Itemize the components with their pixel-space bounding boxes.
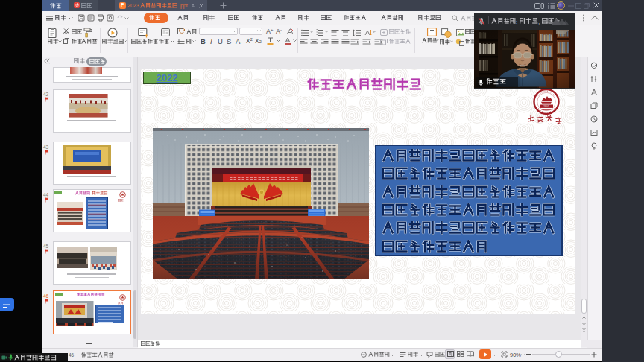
- svg-text:1901: 1901: [543, 105, 549, 108]
